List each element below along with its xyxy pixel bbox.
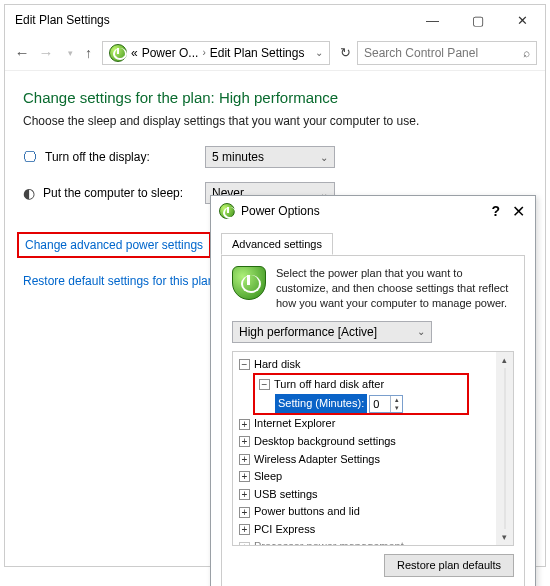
power-plan-value: High performance [Active]	[239, 325, 377, 339]
back-button[interactable]: ←	[13, 44, 31, 61]
tree-node-ie[interactable]: Internet Explorer	[254, 415, 335, 433]
breadcrumb-item[interactable]: Edit Plan Settings	[210, 46, 305, 60]
spin-up[interactable]: ▴	[391, 396, 402, 404]
recent-dropdown[interactable]: ▾	[61, 48, 79, 58]
spin-down[interactable]: ▾	[391, 404, 402, 412]
tree-node-sleep[interactable]: Sleep	[254, 468, 282, 486]
forward-button[interactable]: →	[37, 44, 55, 61]
collapse-icon[interactable]: −	[259, 379, 270, 390]
power-options-icon	[109, 44, 127, 62]
tree-node-desktop-bg[interactable]: Desktop background settings	[254, 433, 396, 451]
expand-icon[interactable]: +	[239, 542, 250, 545]
expand-icon[interactable]: +	[239, 524, 250, 535]
display-timeout-value: 5 minutes	[212, 150, 264, 164]
page-subtext: Choose the sleep and display settings th…	[23, 114, 527, 128]
tree-node-processor[interactable]: Processor power management	[254, 538, 404, 544]
expand-icon[interactable]: +	[239, 471, 250, 482]
tab-advanced-settings[interactable]: Advanced settings	[221, 233, 333, 255]
breadcrumb-prefix: «	[131, 46, 138, 60]
search-icon: ⌕	[523, 46, 530, 60]
tree-node-wireless[interactable]: Wireless Adapter Settings	[254, 451, 380, 469]
breadcrumb-item[interactable]: Power O...	[142, 46, 199, 60]
up-button[interactable]: ↑	[85, 45, 92, 61]
power-shield-icon	[232, 266, 266, 300]
refresh-button[interactable]: ↻	[340, 45, 351, 60]
tree-node-hard-disk[interactable]: Hard disk	[254, 356, 300, 374]
settings-tree[interactable]: −Hard disk −Turn off hard disk after Set…	[233, 352, 496, 545]
tree-node-turn-off-hdd[interactable]: Turn off hard disk after	[274, 376, 384, 394]
tree-node-power-buttons[interactable]: Power buttons and lid	[254, 503, 360, 521]
scroll-up-button[interactable]: ▴	[496, 352, 513, 368]
search-placeholder: Search Control Panel	[364, 46, 523, 60]
tree-node-pci[interactable]: PCI Express	[254, 521, 315, 539]
highlight-box: −Turn off hard disk after Setting (Minut…	[253, 373, 469, 415]
setting-minutes-label: Setting (Minutes):	[275, 394, 367, 414]
power-plan-select[interactable]: High performance [Active] ⌄	[232, 321, 432, 343]
chevron-down-icon: ⌄	[417, 326, 425, 337]
search-input[interactable]: Search Control Panel ⌕	[357, 41, 537, 65]
moon-icon: ◐	[23, 185, 35, 201]
restore-plan-defaults-button[interactable]: Restore plan defaults	[384, 554, 514, 577]
expand-icon[interactable]: +	[239, 489, 250, 500]
close-button[interactable]: ✕	[500, 5, 545, 35]
titlebar: Edit Plan Settings — ▢ ✕	[5, 5, 545, 35]
help-button[interactable]: ?	[491, 203, 500, 219]
expand-icon[interactable]: +	[239, 454, 250, 465]
display-label: Turn off the display:	[45, 150, 150, 164]
power-options-dialog: Power Options ? ✕ Advanced settings Sele…	[210, 195, 536, 586]
expand-icon[interactable]: +	[239, 436, 250, 447]
tree-node-usb[interactable]: USB settings	[254, 486, 318, 504]
breadcrumb[interactable]: « Power O... › Edit Plan Settings ⌄	[102, 41, 330, 65]
window-title: Edit Plan Settings	[15, 13, 410, 27]
minimize-button[interactable]: —	[410, 5, 455, 35]
dialog-titlebar: Power Options ? ✕	[211, 196, 535, 226]
breadcrumb-dropdown[interactable]: ⌄	[315, 47, 323, 58]
dialog-explain: Select the power plan that you want to c…	[276, 266, 514, 311]
maximize-button[interactable]: ▢	[455, 5, 500, 35]
display-timeout-select[interactable]: 5 minutes ⌄	[205, 146, 335, 168]
tree-scrollbar[interactable]: ▴ ▾	[496, 352, 513, 545]
chevron-down-icon: ⌄	[320, 152, 328, 163]
setting-minutes-value: 0	[370, 396, 390, 412]
close-button[interactable]: ✕	[512, 202, 525, 221]
expand-icon[interactable]: +	[239, 507, 250, 518]
expand-icon[interactable]: +	[239, 419, 250, 430]
sleep-label: Put the computer to sleep:	[43, 186, 183, 200]
scroll-down-button[interactable]: ▾	[496, 529, 513, 545]
page-heading: Change settings for the plan: High perfo…	[23, 89, 527, 106]
power-options-icon	[219, 203, 235, 219]
dialog-title: Power Options	[241, 204, 491, 218]
toolbar: ← → ▾ ↑ « Power O... › Edit Plan Setting…	[5, 35, 545, 71]
setting-minutes-input[interactable]: 0 ▴▾	[369, 395, 403, 413]
chevron-right-icon: ›	[202, 47, 205, 58]
advanced-settings-link[interactable]: Change advanced power settings	[17, 232, 211, 258]
collapse-icon[interactable]: −	[239, 359, 250, 370]
monitor-icon: 🖵	[23, 149, 37, 165]
